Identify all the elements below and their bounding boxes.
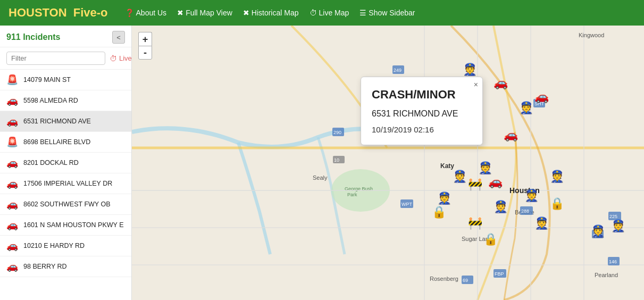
- nav-show-sidebar[interactable]: ☰ Show Sidebar: [359, 9, 415, 17]
- svg-text:Pearland: Pearland: [595, 272, 618, 278]
- map-marker[interactable]: 👮: [524, 189, 539, 203]
- svg-text:WPT: WPT: [402, 202, 412, 207]
- map-marker[interactable]: 🔒: [432, 205, 446, 219]
- map-marker[interactable]: 👮: [437, 191, 451, 205]
- incident-type-icon: 🚗: [6, 178, 18, 189]
- live-clock-icon: ⏱: [110, 54, 117, 63]
- map-marker[interactable]: 👮: [453, 170, 467, 184]
- zoom-in-button[interactable]: +: [138, 32, 152, 46]
- popup-address: 6531 RICHMOND AVE: [372, 109, 470, 119]
- live-badge: ⏱ Live: [110, 54, 132, 63]
- about-icon: ❓: [125, 9, 134, 17]
- map-marker[interactable]: 👮: [478, 161, 492, 175]
- map-marker[interactable]: 🚗: [534, 90, 549, 104]
- map-marker[interactable]: 👮: [494, 200, 508, 214]
- map-marker[interactable]: 👮: [611, 219, 625, 233]
- svg-text:146: 146: [609, 259, 617, 264]
- incident-type-icon: 🚨: [6, 74, 18, 86]
- map-container[interactable]: George Bush Park Kingwood Katy Sealy: [132, 26, 644, 300]
- map-marker[interactable]: 🚧: [468, 216, 482, 230]
- map-marker[interactable]: 🔒: [483, 232, 498, 246]
- map-marker[interactable]: 🚗: [504, 128, 518, 142]
- sidebar-icon: ☰: [359, 9, 366, 17]
- map-background: George Bush Park Kingwood Katy Sealy: [132, 26, 644, 300]
- sidebar-collapse-button[interactable]: <: [112, 31, 125, 44]
- svg-text:69: 69: [463, 278, 468, 283]
- incident-item[interactable]: 🚗 6531 RICHMOND AVE: [0, 111, 131, 132]
- main-content: 911 Incidents < ⏱ Live 🚨 14079 MAIN ST 🚗…: [0, 26, 644, 300]
- incident-type-icon: 🚗: [6, 240, 18, 252]
- incident-type-icon: 🚗: [6, 261, 18, 272]
- sidebar-title: 911 Incidents: [6, 32, 60, 42]
- map-controls: + -: [138, 32, 152, 60]
- svg-text:FBP: FBP: [495, 271, 504, 277]
- incident-item[interactable]: 🚗 8201 DOCKAL RD: [0, 153, 131, 173]
- sidebar-panel: 911 Incidents < ⏱ Live 🚨 14079 MAIN ST 🚗…: [0, 26, 132, 300]
- incident-type-icon: 🚗: [6, 157, 18, 169]
- incident-address: 8698 BELLAIRE BLVD: [23, 138, 90, 146]
- incident-item[interactable]: 🚗 10210 E HARDY RD: [0, 236, 131, 256]
- svg-text:249: 249: [394, 68, 402, 73]
- live-label: Live: [119, 54, 132, 62]
- incident-type-icon: 🚗: [6, 219, 18, 231]
- filter-input[interactable]: [6, 52, 105, 65]
- brand-name-prefix: HOUSTON: [9, 6, 67, 19]
- incident-item[interactable]: 🚨 14079 MAIN ST: [0, 70, 131, 90]
- incident-type-icon: 🚗: [6, 115, 18, 127]
- incident-address: 8602 SOUTHWEST FWY OB: [23, 201, 110, 208]
- map-marker[interactable]: 🚗: [488, 175, 503, 189]
- svg-rect-0: [132, 26, 644, 300]
- brand-logo: HOUSTON Five-o: [9, 6, 108, 20]
- map-marker[interactable]: 👮: [534, 216, 549, 230]
- map-marker[interactable]: 👮: [463, 63, 477, 77]
- incident-type-icon: 🚨: [6, 136, 18, 148]
- incident-item[interactable]: 🚗 17506 IMPERIAL VALLEY DR: [0, 173, 131, 194]
- incident-item[interactable]: 🚨 8698 BELLAIRE BLVD: [0, 132, 131, 153]
- incident-item[interactable]: 🚗 8602 SOUTHWEST FWY OB: [0, 194, 131, 215]
- incident-address: 14079 MAIN ST: [23, 76, 71, 84]
- incident-address: 1601 N SAM HOUSTON PKWY E: [23, 221, 123, 229]
- historical-icon: ✖: [243, 9, 249, 17]
- incident-address: 5598 ALMEDA RD: [23, 97, 78, 104]
- incident-address: 8201 DOCKAL RD: [23, 159, 79, 166]
- popup-incident-type: CRASH/MINOR: [372, 88, 470, 102]
- map-marker[interactable]: 👮: [591, 224, 605, 238]
- incident-item[interactable]: 🚗 1601 N SAM HOUSTON PKWY E: [0, 215, 131, 236]
- incident-type-icon: 🚗: [6, 95, 18, 106]
- popup-close-button[interactable]: ×: [474, 80, 478, 89]
- incident-list: 🚨 14079 MAIN ST 🚗 5598 ALMEDA RD 🚗 6531 …: [0, 70, 131, 300]
- map-marker[interactable]: 🚗: [494, 76, 508, 90]
- app-header: HOUSTON Five-o ❓ About Us ✖ Full Map Vie…: [0, 0, 644, 26]
- livemap-icon: ⏱: [310, 9, 317, 17]
- nav-full-map[interactable]: ✖ Full Map View: [177, 9, 232, 17]
- map-marker[interactable]: 🔒: [550, 197, 564, 211]
- incident-item[interactable]: 🚗 5598 ALMEDA RD: [0, 90, 131, 111]
- incident-address: 6531 RICHMOND AVE: [23, 118, 91, 125]
- popup-timestamp: 10/19/2019 02:16: [372, 125, 470, 134]
- map-marker[interactable]: 👮: [519, 101, 533, 115]
- brand-name-suffix: Five-o: [73, 6, 108, 19]
- svg-text:225: 225: [609, 214, 617, 219]
- map-marker[interactable]: 👮: [550, 170, 564, 184]
- svg-text:Rosenberg: Rosenberg: [430, 276, 458, 282]
- incident-address: 17506 IMPERIAL VALLEY DR: [23, 180, 112, 187]
- incident-item[interactable]: 🚗 98 BERRY RD: [0, 256, 131, 277]
- sidebar-header: 911 Incidents <: [0, 26, 131, 47]
- map-marker[interactable]: 🚧: [468, 178, 482, 191]
- svg-text:Kingwood: Kingwood: [579, 32, 604, 38]
- incident-popup: × CRASH/MINOR 6531 RICHMOND AVE 10/19/20…: [361, 77, 483, 145]
- nav-about[interactable]: ❓ About Us: [125, 9, 167, 17]
- svg-text:10: 10: [334, 157, 339, 163]
- incident-address: 98 BERRY RD: [23, 263, 67, 270]
- nav-live-map[interactable]: ⏱ Live Map: [310, 9, 349, 17]
- svg-text:Sealy: Sealy: [313, 174, 328, 181]
- svg-text:290: 290: [333, 130, 341, 135]
- nav-historical[interactable]: ✖ Historical Map: [243, 9, 299, 17]
- svg-text:288: 288: [521, 209, 529, 214]
- fullmap-icon: ✖: [177, 9, 183, 17]
- zoom-out-button[interactable]: -: [138, 46, 152, 60]
- incident-address: 10210 E HARDY RD: [23, 242, 85, 249]
- svg-text:Park: Park: [347, 192, 357, 197]
- filter-bar: ⏱ Live: [0, 47, 131, 70]
- svg-text:Katy: Katy: [440, 162, 454, 170]
